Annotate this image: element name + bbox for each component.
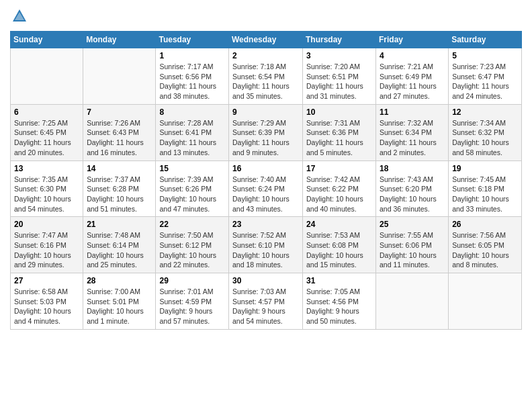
day-number: 12	[452, 107, 518, 117]
day-number: 27	[14, 276, 79, 285]
calendar-table: SundayMondayTuesdayWednesdayThursdayFrid…	[10, 31, 522, 330]
day-info: Sunrise: 7:01 AM Sunset: 4:59 PM Dayligh…	[159, 287, 225, 326]
day-number: 11	[380, 107, 445, 117]
day-info: Sunrise: 7:56 AM Sunset: 6:05 PM Dayligh…	[452, 230, 518, 270]
calendar-week-row: 6Sunrise: 7:25 AM Sunset: 6:45 PM Daylig…	[11, 104, 522, 161]
weekday-header-monday: Monday	[83, 32, 156, 48]
day-info: Sunrise: 7:03 AM Sunset: 4:57 PM Dayligh…	[232, 287, 299, 326]
day-number: 6	[14, 107, 79, 117]
day-number: 1	[159, 51, 225, 60]
calendar-cell: 8Sunrise: 7:28 AM Sunset: 6:41 PM Daylig…	[156, 104, 229, 161]
calendar-cell	[376, 273, 449, 330]
day-info: Sunrise: 7:18 AM Sunset: 6:54 PM Dayligh…	[232, 62, 299, 101]
day-info: Sunrise: 7:05 AM Sunset: 4:56 PM Dayligh…	[306, 287, 372, 326]
day-number: 29	[159, 276, 225, 285]
day-info: Sunrise: 6:58 AM Sunset: 5:03 PM Dayligh…	[14, 287, 79, 326]
day-info: Sunrise: 7:17 AM Sunset: 6:56 PM Dayligh…	[159, 62, 225, 101]
calendar-cell	[449, 273, 522, 330]
calendar-cell: 10Sunrise: 7:31 AM Sunset: 6:36 PM Dayli…	[303, 104, 376, 161]
day-number: 23	[232, 220, 299, 229]
calendar-cell: 29Sunrise: 7:01 AM Sunset: 4:59 PM Dayli…	[156, 273, 229, 330]
header	[10, 7, 522, 26]
calendar-cell: 3Sunrise: 7:20 AM Sunset: 6:51 PM Daylig…	[303, 48, 376, 105]
day-number: 17	[306, 164, 372, 173]
day-info: Sunrise: 7:43 AM Sunset: 6:20 PM Dayligh…	[380, 175, 445, 214]
day-info: Sunrise: 7:32 AM Sunset: 6:34 PM Dayligh…	[380, 118, 445, 158]
day-info: Sunrise: 7:42 AM Sunset: 6:22 PM Dayligh…	[306, 175, 372, 214]
page: SundayMondayTuesdayWednesdayThursdayFrid…	[0, 0, 532, 411]
day-number: 26	[452, 220, 518, 229]
calendar-cell: 11Sunrise: 7:32 AM Sunset: 6:34 PM Dayli…	[376, 104, 449, 161]
calendar-cell: 9Sunrise: 7:29 AM Sunset: 6:39 PM Daylig…	[229, 104, 303, 161]
logo	[10, 7, 32, 26]
day-number: 30	[232, 276, 299, 285]
day-number: 18	[380, 164, 445, 173]
weekday-header-thursday: Thursday	[303, 32, 376, 48]
calendar-week-row: 13Sunrise: 7:35 AM Sunset: 6:30 PM Dayli…	[11, 161, 522, 217]
calendar-cell: 6Sunrise: 7:25 AM Sunset: 6:45 PM Daylig…	[11, 104, 83, 161]
day-info: Sunrise: 7:21 AM Sunset: 6:49 PM Dayligh…	[380, 62, 445, 101]
calendar-cell: 5Sunrise: 7:23 AM Sunset: 6:47 PM Daylig…	[449, 48, 522, 105]
day-info: Sunrise: 7:00 AM Sunset: 5:01 PM Dayligh…	[87, 287, 152, 326]
calendar-cell: 20Sunrise: 7:47 AM Sunset: 6:16 PM Dayli…	[11, 217, 83, 273]
calendar-cell	[11, 48, 83, 105]
calendar-week-row: 27Sunrise: 6:58 AM Sunset: 5:03 PM Dayli…	[11, 273, 522, 330]
day-info: Sunrise: 7:31 AM Sunset: 6:36 PM Dayligh…	[306, 118, 372, 158]
day-info: Sunrise: 7:34 AM Sunset: 6:32 PM Dayligh…	[452, 118, 518, 158]
weekday-header-wednesday: Wednesday	[229, 32, 303, 48]
weekday-header-friday: Friday	[376, 32, 449, 48]
day-number: 7	[87, 107, 152, 117]
day-info: Sunrise: 7:40 AM Sunset: 6:24 PM Dayligh…	[232, 175, 299, 214]
calendar-cell: 2Sunrise: 7:18 AM Sunset: 6:54 PM Daylig…	[229, 48, 303, 105]
day-info: Sunrise: 7:50 AM Sunset: 6:12 PM Dayligh…	[159, 230, 225, 270]
calendar-cell: 21Sunrise: 7:48 AM Sunset: 6:14 PM Dayli…	[83, 217, 156, 273]
calendar-cell: 7Sunrise: 7:26 AM Sunset: 6:43 PM Daylig…	[83, 104, 156, 161]
calendar-cell: 23Sunrise: 7:52 AM Sunset: 6:10 PM Dayli…	[229, 217, 303, 273]
calendar-cell: 19Sunrise: 7:45 AM Sunset: 6:18 PM Dayli…	[449, 161, 522, 217]
day-number: 22	[159, 220, 225, 229]
day-number: 16	[232, 164, 299, 173]
calendar-cell: 16Sunrise: 7:40 AM Sunset: 6:24 PM Dayli…	[229, 161, 303, 217]
day-number: 3	[306, 51, 372, 60]
day-number: 13	[14, 164, 79, 173]
day-number: 21	[87, 220, 152, 229]
calendar-cell: 30Sunrise: 7:03 AM Sunset: 4:57 PM Dayli…	[229, 273, 303, 330]
calendar-cell: 26Sunrise: 7:56 AM Sunset: 6:05 PM Dayli…	[449, 217, 522, 273]
day-info: Sunrise: 7:45 AM Sunset: 6:18 PM Dayligh…	[452, 175, 518, 214]
calendar-cell: 14Sunrise: 7:37 AM Sunset: 6:28 PM Dayli…	[83, 161, 156, 217]
calendar-cell: 12Sunrise: 7:34 AM Sunset: 6:32 PM Dayli…	[449, 104, 522, 161]
calendar-cell: 15Sunrise: 7:39 AM Sunset: 6:26 PM Dayli…	[156, 161, 229, 217]
day-info: Sunrise: 7:47 AM Sunset: 6:16 PM Dayligh…	[14, 230, 79, 270]
day-number: 19	[452, 164, 518, 173]
weekday-header-tuesday: Tuesday	[156, 32, 229, 48]
day-number: 8	[159, 107, 225, 117]
weekday-header-row: SundayMondayTuesdayWednesdayThursdayFrid…	[11, 32, 522, 48]
calendar-cell: 31Sunrise: 7:05 AM Sunset: 4:56 PM Dayli…	[303, 273, 376, 330]
logo-icon	[10, 7, 29, 26]
day-info: Sunrise: 7:23 AM Sunset: 6:47 PM Dayligh…	[452, 62, 518, 101]
day-info: Sunrise: 7:39 AM Sunset: 6:26 PM Dayligh…	[159, 175, 225, 214]
day-info: Sunrise: 7:29 AM Sunset: 6:39 PM Dayligh…	[232, 118, 299, 158]
day-number: 4	[380, 51, 445, 60]
calendar-cell	[83, 48, 156, 105]
calendar-cell: 1Sunrise: 7:17 AM Sunset: 6:56 PM Daylig…	[156, 48, 229, 105]
day-info: Sunrise: 7:48 AM Sunset: 6:14 PM Dayligh…	[87, 230, 152, 270]
weekday-header-sunday: Sunday	[11, 32, 83, 48]
day-info: Sunrise: 7:35 AM Sunset: 6:30 PM Dayligh…	[14, 175, 79, 214]
day-info: Sunrise: 7:20 AM Sunset: 6:51 PM Dayligh…	[306, 62, 372, 101]
calendar-cell: 4Sunrise: 7:21 AM Sunset: 6:49 PM Daylig…	[376, 48, 449, 105]
day-number: 15	[159, 164, 225, 173]
day-info: Sunrise: 7:55 AM Sunset: 6:06 PM Dayligh…	[380, 230, 445, 270]
day-number: 31	[306, 276, 372, 285]
day-info: Sunrise: 7:26 AM Sunset: 6:43 PM Dayligh…	[87, 118, 152, 158]
day-info: Sunrise: 7:53 AM Sunset: 6:08 PM Dayligh…	[306, 230, 372, 270]
day-number: 25	[380, 220, 445, 229]
day-number: 10	[306, 107, 372, 117]
calendar-week-row: 20Sunrise: 7:47 AM Sunset: 6:16 PM Dayli…	[11, 217, 522, 273]
calendar-cell: 18Sunrise: 7:43 AM Sunset: 6:20 PM Dayli…	[376, 161, 449, 217]
calendar-cell: 25Sunrise: 7:55 AM Sunset: 6:06 PM Dayli…	[376, 217, 449, 273]
day-number: 28	[87, 276, 152, 285]
day-number: 24	[306, 220, 372, 229]
day-number: 2	[232, 51, 299, 60]
day-info: Sunrise: 7:52 AM Sunset: 6:10 PM Dayligh…	[232, 230, 299, 270]
